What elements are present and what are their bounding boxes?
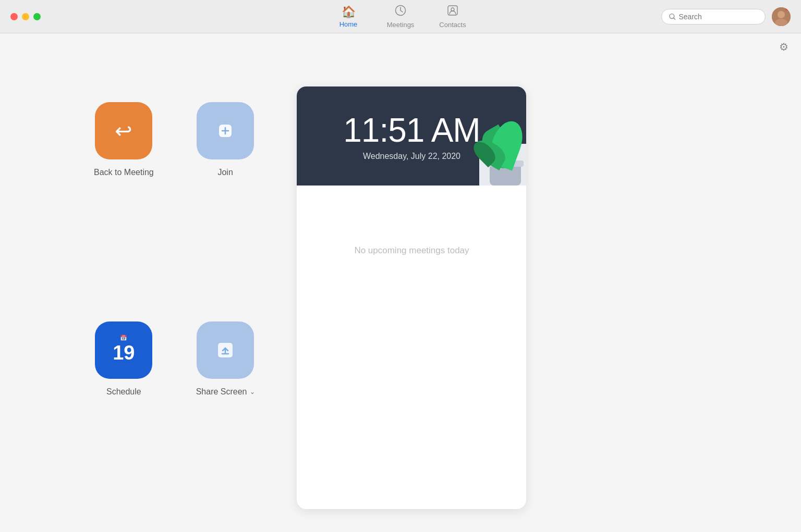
search-icon bbox=[669, 13, 675, 20]
date-display: Wednesday, July 22, 2020 bbox=[363, 152, 460, 161]
home-icon: 🏠 bbox=[342, 5, 356, 19]
meetings-icon bbox=[395, 5, 406, 19]
window-controls bbox=[10, 13, 41, 20]
actions-grid: ↩ Back to Meeting Join 📅 19 bbox=[94, 86, 255, 509]
share-screen-icon bbox=[213, 338, 238, 363]
share-icon bbox=[213, 338, 238, 363]
plus-icon bbox=[213, 118, 238, 143]
main-content: ↩ Back to Meeting Join 📅 19 bbox=[0, 55, 801, 530]
nav-right bbox=[661, 7, 791, 26]
recording-badge bbox=[785, 7, 791, 10]
calendar-icon: 📅 19 bbox=[113, 335, 135, 365]
nav-home[interactable]: 🏠 Home bbox=[333, 5, 364, 28]
settings-bar: ⚙ bbox=[0, 33, 801, 55]
clock-header: 11:51 AM Wednesday, July 22, 2020 bbox=[297, 86, 526, 185]
nav-contacts-label: Contacts bbox=[439, 21, 466, 29]
close-button[interactable] bbox=[10, 13, 18, 20]
titlebar: 🏠 Home Meetings Contacts bbox=[0, 0, 801, 33]
back-to-meeting-label: Back to Meeting bbox=[94, 168, 154, 177]
svg-marker-9 bbox=[790, 7, 791, 9]
schedule-button[interactable]: 📅 19 bbox=[95, 321, 152, 379]
svg-line-4 bbox=[674, 18, 675, 19]
schedule-item[interactable]: 📅 19 Schedule bbox=[94, 321, 154, 510]
share-screen-chevron: ⌄ bbox=[250, 388, 255, 395]
nav-home-label: Home bbox=[339, 20, 358, 28]
join-label: Join bbox=[217, 168, 233, 177]
nav-meetings-label: Meetings bbox=[387, 21, 415, 29]
share-screen-item[interactable]: Share Screen ⌄ bbox=[196, 321, 256, 510]
back-to-meeting-button[interactable]: ↩ bbox=[95, 102, 152, 159]
contacts-icon bbox=[447, 5, 458, 19]
maximize-button[interactable] bbox=[33, 13, 41, 20]
back-to-meeting-item[interactable]: ↩ Back to Meeting bbox=[94, 102, 154, 290]
minimize-button[interactable] bbox=[22, 13, 29, 20]
nav-meetings[interactable]: Meetings bbox=[385, 5, 416, 29]
no-meetings-text: No upcoming meetings today bbox=[354, 245, 469, 256]
clock-card: 11:51 AM Wednesday, July 22, 2020 No upc… bbox=[297, 86, 526, 509]
join-item[interactable]: Join bbox=[196, 102, 256, 290]
settings-icon[interactable]: ⚙ bbox=[779, 41, 788, 53]
share-screen-button[interactable] bbox=[197, 321, 254, 379]
svg-point-6 bbox=[778, 11, 785, 18]
time-display: 11:51 AM bbox=[343, 111, 480, 150]
avatar[interactable] bbox=[772, 7, 791, 26]
schedule-label: Schedule bbox=[106, 387, 141, 397]
svg-rect-8 bbox=[786, 7, 790, 10]
share-screen-label: Share Screen ⌄ bbox=[196, 387, 255, 397]
svg-point-2 bbox=[451, 8, 454, 11]
search-bar[interactable] bbox=[661, 9, 766, 24]
back-arrow-icon: ↩ bbox=[115, 119, 132, 143]
main-nav: 🏠 Home Meetings Contacts bbox=[333, 5, 468, 29]
nav-contacts[interactable]: Contacts bbox=[437, 5, 468, 29]
search-input[interactable] bbox=[678, 13, 758, 21]
clock-body: No upcoming meetings today bbox=[297, 185, 526, 316]
join-button[interactable] bbox=[197, 102, 254, 159]
